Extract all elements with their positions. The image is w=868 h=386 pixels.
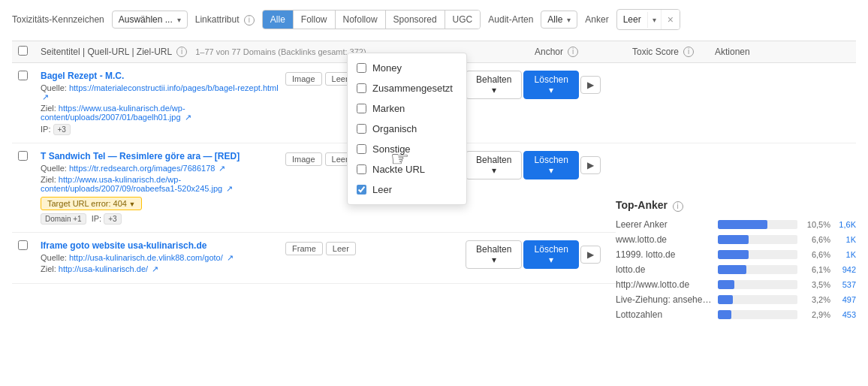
anker-pct-4: 3,5%: [802, 280, 830, 289]
dropdown-label-zusammengesetzt: Zusammengesetzt: [372, 83, 453, 94]
row1-loeschen-button[interactable]: Löschen ▾: [523, 71, 579, 99]
row3-target-url[interactable]: http://usa-kulinarisch.de/: [59, 264, 148, 273]
anker-pct-2: 6,6%: [802, 250, 830, 259]
row2-checkbox[interactable]: [18, 151, 28, 161]
header-aktionen-col: Aktionen: [715, 47, 850, 57]
row2-behalten-button[interactable]: Behalten ▾: [466, 151, 522, 179]
row1-source: Quelle: https://materialeconstructii.inf…: [41, 83, 285, 102]
auswahlen-dropdown[interactable]: Auswählen ... ▾: [112, 11, 188, 29]
anker-row-4: http://www.lotto.de 3,5% 537: [616, 279, 856, 290]
row3-actions: Behalten ▾ Löschen ▾ ▶: [466, 240, 601, 269]
row2-source-ext-icon: ↗: [219, 164, 225, 173]
anker-dropdown[interactable]: Leer ▾ ×: [616, 9, 680, 30]
row1-checkbox[interactable]: [18, 71, 28, 80]
tab-sponsored[interactable]: Sponsored: [386, 11, 445, 29]
row1-target: Ziel: https://www.usa-kulinarisch.de/wp-…: [41, 104, 285, 122]
row3-source-url[interactable]: http://usa-kulinarisch.de.vlink88.com/go…: [69, 253, 223, 262]
checkbox-leer[interactable]: [357, 185, 366, 195]
row3-loeschen-chevron: ▾: [549, 255, 553, 265]
tab-follow[interactable]: Follow: [294, 11, 336, 29]
row1-source-url[interactable]: https://materialeconstructii.info/pages/…: [69, 83, 279, 92]
anker-pct-1: 6,6%: [802, 235, 830, 244]
anchor-col-info-icon: i: [568, 47, 578, 57]
row3-loeschen-button[interactable]: Löschen ▾: [523, 240, 579, 269]
row1-behalten-button[interactable]: Behalten ▾: [466, 71, 522, 99]
dropdown-item-nackte-url[interactable]: Nackte URL: [348, 159, 466, 179]
anker-name-1: www.lotto.de: [616, 234, 713, 245]
header-anchor-col: Anchor i: [535, 47, 632, 57]
checkbox-money[interactable]: [357, 63, 366, 73]
dropdown-item-sonstige[interactable]: Sonstige: [348, 139, 466, 159]
row3-anchor-badges: Frame Leer: [285, 240, 383, 255]
anker-bar-container-6: [718, 310, 797, 319]
anker-chevron-icon[interactable]: ▾: [647, 12, 661, 28]
anker-count-2: 1K: [835, 250, 856, 259]
checkbox-organisch[interactable]: [357, 124, 366, 134]
dropdown-label-marken: Marken: [372, 103, 405, 114]
row2-loeschen-button[interactable]: Löschen ▾: [523, 151, 579, 179]
tab-ugc[interactable]: UGC: [445, 11, 481, 29]
row3-checkbox-col: [18, 240, 41, 252]
anker-row-5: Live-Ziehung: ansehen a... 3,2% 497: [616, 294, 856, 305]
checkbox-zusammengesetzt[interactable]: [357, 83, 366, 93]
anker-bar-6: [718, 310, 731, 319]
row3-target: Ziel: http://usa-kulinarisch.de/ ↗: [41, 264, 285, 274]
top-anker-panel: Top-Anker i Leerer Anker 10,5% 1,6K www.…: [616, 199, 856, 324]
row2-source-url[interactable]: https://tr.redsearch.org/images/7686178: [69, 164, 215, 173]
row2-checkbox-col: [18, 151, 41, 163]
row2-ip: Domain +1 IP: +3: [41, 213, 285, 225]
row2-error-badge[interactable]: Target URL error: 404: [41, 197, 142, 210]
anker-label: Anker: [585, 14, 608, 25]
anker-count-5: 497: [835, 295, 856, 304]
anker-pct-0: 10,5%: [802, 220, 830, 229]
row1-title: Bagel Rezept - M.C.: [41, 71, 285, 81]
anker-clear-button[interactable]: ×: [661, 10, 680, 29]
anker-name-0: Leerer Anker: [616, 219, 713, 230]
row1-send-button[interactable]: ▶: [580, 76, 601, 94]
row1-source-ext-icon: ↗: [42, 92, 49, 101]
row3-send-button[interactable]: ▶: [580, 246, 601, 264]
auditarten-dropdown[interactable]: Alle ▾: [541, 11, 577, 29]
auditarten-label: Audit-Arten: [488, 14, 533, 25]
row3-behalten-button[interactable]: Behalten ▾: [466, 240, 522, 269]
anker-pct-5: 3,2%: [802, 295, 830, 304]
anker-value: Leer: [617, 11, 647, 29]
dropdown-item-leer[interactable]: Leer: [348, 179, 466, 200]
anker-bar-4: [718, 280, 734, 289]
row3-content: Iframe goto website usa-kulinarisch.de Q…: [41, 240, 285, 276]
dropdown-item-organisch[interactable]: Organisch: [348, 119, 466, 139]
row2-send-button[interactable]: ▶: [580, 156, 601, 174]
row1-content: Bagel Rezept - M.C. Quelle: https://mate…: [41, 71, 285, 135]
row1-target-url[interactable]: https://www.usa-kulinarisch.de/wp-conten…: [41, 104, 185, 122]
checkbox-marken[interactable]: [357, 104, 366, 113]
checkbox-sonstige[interactable]: [357, 144, 366, 154]
row2-title: T Sandwich Tel — Resimlere göre ara — [R…: [41, 151, 285, 161]
dropdown-item-marken[interactable]: Marken: [348, 98, 466, 119]
linkattribut-label: Linkattribut i: [195, 14, 255, 26]
anker-bar-container-3: [718, 265, 797, 274]
anker-bar-container-0: [718, 220, 797, 229]
dropdown-item-money[interactable]: Money: [348, 58, 466, 78]
anker-name-5: Live-Ziehung: ansehen a...: [616, 294, 713, 305]
row2-target-ext-icon: ↗: [226, 184, 233, 193]
row3-checkbox[interactable]: [18, 240, 28, 250]
row3-source: Quelle: http://usa-kulinarisch.de.vlink8…: [41, 253, 285, 263]
tab-alle[interactable]: Alle: [263, 11, 294, 29]
tab-nofollow[interactable]: Nofollow: [336, 11, 386, 29]
anker-dropdown-popup: Money Zusammengesetzt Marken Organisch S…: [347, 53, 467, 205]
anker-count-6: 453: [835, 310, 856, 319]
auditarten-chevron: ▾: [567, 16, 571, 24]
top-anker-info-icon: i: [673, 201, 683, 212]
anker-bar-0: [718, 220, 767, 229]
row1-checkbox-col: [18, 71, 41, 83]
select-all-checkbox[interactable]: [18, 46, 28, 56]
row3-badge-frame: Frame: [285, 242, 323, 255]
checkbox-nackte-url[interactable]: [357, 164, 366, 174]
dropdown-item-zusammengesetzt[interactable]: Zusammengesetzt: [348, 78, 466, 98]
toxizitats-label: Toxizitäts-Kennzeichen: [12, 14, 104, 25]
row1-ip: IP: +3: [41, 124, 285, 135]
row2-target-url[interactable]: http://www.usa-kulinarisch.de/wp-content…: [41, 175, 222, 193]
auswahlen-label: Auswählen ...: [119, 14, 173, 25]
dropdown-label-sonstige: Sonstige: [372, 143, 411, 155]
anker-bar-5: [718, 295, 733, 304]
